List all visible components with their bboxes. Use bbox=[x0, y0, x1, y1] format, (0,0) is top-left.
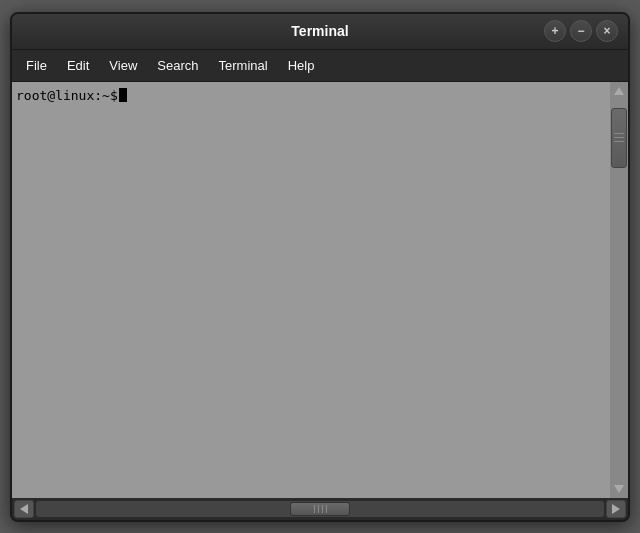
terminal-scroll-area: root@linux:~$ bbox=[12, 82, 628, 498]
menu-edit[interactable]: Edit bbox=[57, 54, 99, 77]
menu-search[interactable]: Search bbox=[147, 54, 208, 77]
window-title: Terminal bbox=[291, 23, 348, 39]
scroll-down-arrow[interactable] bbox=[610, 480, 628, 498]
minimize-button[interactable]: − bbox=[570, 20, 592, 42]
thumb-line-3 bbox=[614, 141, 624, 142]
hscroll-track[interactable] bbox=[36, 501, 604, 517]
scroll-up-arrow[interactable] bbox=[610, 82, 628, 100]
scroll-left-arrow[interactable] bbox=[14, 500, 34, 518]
titlebar: Terminal + − × bbox=[12, 14, 628, 50]
window-controls: + − × bbox=[544, 20, 618, 42]
scroll-right-arrow[interactable] bbox=[606, 500, 626, 518]
svg-marker-2 bbox=[20, 504, 28, 514]
terminal-wrapper: root@linux:~$ bbox=[12, 82, 628, 520]
vscroll-thumb[interactable] bbox=[611, 108, 627, 168]
horizontal-scrollbar bbox=[12, 498, 628, 520]
menu-terminal[interactable]: Terminal bbox=[209, 54, 278, 77]
svg-marker-1 bbox=[614, 485, 624, 493]
hthumb-line-1 bbox=[314, 505, 315, 513]
terminal-content[interactable]: root@linux:~$ bbox=[12, 82, 610, 498]
prompt-line: root@linux:~$ bbox=[16, 88, 606, 103]
hthumb-line-4 bbox=[326, 505, 327, 513]
thumb-line-2 bbox=[614, 137, 624, 138]
hscroll-thumb-lines bbox=[314, 505, 327, 513]
vertical-scrollbar bbox=[610, 82, 628, 498]
svg-marker-3 bbox=[612, 504, 620, 514]
cursor bbox=[119, 88, 127, 102]
hthumb-line-2 bbox=[318, 505, 319, 513]
menu-file[interactable]: File bbox=[16, 54, 57, 77]
close-button[interactable]: × bbox=[596, 20, 618, 42]
hscroll-thumb[interactable] bbox=[290, 502, 350, 516]
thumb-line-1 bbox=[614, 133, 624, 134]
vscroll-thumb-lines bbox=[614, 133, 624, 142]
menu-help[interactable]: Help bbox=[278, 54, 325, 77]
svg-marker-0 bbox=[614, 87, 624, 95]
hthumb-line-3 bbox=[322, 505, 323, 513]
vscroll-track[interactable] bbox=[610, 100, 628, 480]
menubar: File Edit View Search Terminal Help bbox=[12, 50, 628, 82]
add-tab-button[interactable]: + bbox=[544, 20, 566, 42]
prompt-text: root@linux:~$ bbox=[16, 88, 118, 103]
menu-view[interactable]: View bbox=[99, 54, 147, 77]
terminal-window: Terminal + − × File Edit View Search Ter… bbox=[10, 12, 630, 522]
